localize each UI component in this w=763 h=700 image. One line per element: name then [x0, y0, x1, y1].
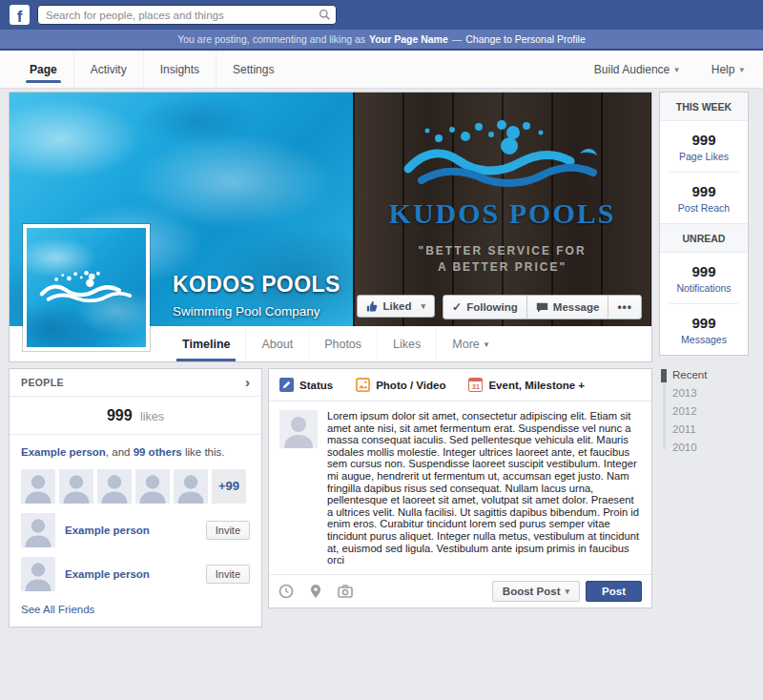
tab-likes[interactable]: Likes: [378, 326, 437, 361]
messages-label[interactable]: Messages: [660, 334, 748, 345]
year-2012[interactable]: 2012: [672, 402, 748, 421]
calendar-day: 31: [469, 381, 482, 391]
calendar-icon: 31: [468, 378, 483, 392]
see-all-friends-link[interactable]: See All Friends: [21, 604, 250, 615]
cover-tagline-line2: A BETTER PRICE": [418, 259, 586, 276]
messages-stat[interactable]: 999 Messages: [660, 304, 748, 355]
people-card: PEOPLE › 999 likes Example person, and 9…: [10, 369, 261, 627]
admin-tab-page[interactable]: Page: [13, 51, 74, 88]
liked-by-mid: , and: [106, 446, 131, 458]
invite-button[interactable]: Invite: [206, 521, 250, 540]
cover-tagline-line1: "BETTER SERVICE FOR: [418, 243, 586, 259]
profile-picture-image: [27, 228, 146, 347]
liked-by-name-link[interactable]: Example person: [21, 446, 106, 458]
notice-page-name: Your Page Name: [369, 33, 448, 45]
page-content: KUDOS POOLS "BETTER SERVICE FOR A BETTER…: [0, 91, 763, 627]
admin-navigation: Page Activity Insights Settings Build Au…: [0, 51, 763, 89]
friend-name-link[interactable]: Example person: [65, 568, 196, 580]
avatar[interactable]: [59, 469, 93, 504]
admin-tab-settings[interactable]: Settings: [217, 51, 290, 88]
page-likes-label[interactable]: Page Likes: [660, 151, 748, 162]
post-reach-value: 999: [660, 183, 748, 199]
search-icon[interactable]: [319, 9, 331, 21]
tab-more-dropdown[interactable]: More: [437, 326, 504, 361]
people-title: PEOPLE: [21, 377, 64, 388]
avatar[interactable]: [21, 513, 55, 547]
message-label: Message: [553, 301, 600, 313]
year-2013[interactable]: 2013: [672, 384, 748, 402]
tab-photos[interactable]: Photos: [309, 326, 378, 361]
composer-tab-status-label: Status: [299, 380, 333, 391]
invite-button[interactable]: Invite: [206, 565, 250, 584]
message-button[interactable]: Message: [526, 296, 608, 319]
timeline-year-nav: Recent 2013 2012 2011 2010: [660, 366, 748, 457]
avatar[interactable]: [174, 469, 208, 504]
lower-content: PEOPLE › 999 likes Example person, and 9…: [10, 369, 651, 627]
composer-tab-photo-video[interactable]: Photo / Video: [356, 378, 445, 392]
notifications-label[interactable]: Notifications: [660, 282, 748, 294]
camera-icon[interactable]: [338, 584, 353, 599]
composer-tab-status[interactable]: Status: [279, 378, 333, 392]
composer-tab-event-milestone[interactable]: 31 Event, Milestone +: [468, 378, 585, 392]
year-2010[interactable]: 2010: [672, 439, 748, 457]
avatar[interactable]: [21, 469, 55, 504]
year-recent[interactable]: Recent: [672, 366, 748, 384]
cover-action-buttons: Liked ✓ Following Message: [357, 295, 643, 319]
admin-tab-insights[interactable]: Insights: [144, 51, 217, 88]
post-reach-label[interactable]: Post Reach: [660, 202, 748, 214]
profile-picture[interactable]: [23, 224, 150, 351]
build-audience-dropdown[interactable]: Build Audience: [594, 63, 679, 76]
status-pencil-icon: [279, 378, 294, 392]
post-button[interactable]: Post: [586, 581, 642, 602]
voice-notice-bar: You are posting, commenting and liking a…: [0, 30, 763, 51]
liked-button[interactable]: Liked: [357, 295, 436, 318]
facebook-logo-icon[interactable]: f: [10, 5, 30, 25]
status-text-input[interactable]: Lorem ipsum dolor sit amet, consectetur …: [327, 410, 641, 566]
cover-wood-panel: KUDOS POOLS "BETTER SERVICE FOR A BETTER…: [353, 93, 651, 326]
more-options-button[interactable]: •••: [608, 296, 641, 319]
page-likes-stat[interactable]: 999 Page Likes: [660, 121, 748, 172]
liked-by-sentence: Example person, and 99 others like this.: [21, 445, 250, 461]
main-column: KUDOS POOLS "BETTER SERVICE FOR A BETTER…: [10, 93, 651, 627]
likers-avatar-strip: +99: [21, 469, 250, 504]
composer-tabs: Status Photo / Video 31: [269, 369, 651, 401]
unread-header: UNREAD: [660, 223, 748, 253]
composer-actions: Boost Post Post: [492, 581, 642, 602]
page-category: Swimming Pool Company: [173, 304, 340, 319]
messages-value: 999: [660, 315, 748, 331]
friend-name-link[interactable]: Example person: [65, 525, 196, 536]
avatar[interactable]: [135, 469, 170, 504]
notifications-stat[interactable]: 999 Notifications: [660, 253, 748, 303]
avatar[interactable]: [21, 557, 55, 591]
page-stats-panel: THIS WEEK 999 Page Likes 999 Post Reach …: [660, 93, 748, 355]
chevron-right-icon[interactable]: ›: [245, 378, 250, 387]
composer-tab-photo-label: Photo / Video: [376, 380, 445, 391]
change-to-personal-profile-link[interactable]: Change to Personal Profile: [465, 33, 586, 45]
tab-timeline[interactable]: Timeline: [167, 326, 246, 361]
composer-tab-event-label: Event, Milestone +: [488, 380, 585, 391]
tab-about[interactable]: About: [246, 326, 309, 361]
invite-row: Example person Invite: [21, 557, 250, 591]
following-button[interactable]: ✓ Following: [443, 296, 526, 319]
cover-tagline: "BETTER SERVICE FOR A BETTER PRICE": [418, 243, 586, 276]
liked-by-count-link[interactable]: 99 others: [134, 446, 182, 458]
location-pin-icon[interactable]: [308, 584, 323, 599]
ellipsis-icon: •••: [617, 300, 632, 314]
year-2011[interactable]: 2011: [672, 421, 748, 439]
boost-post-button[interactable]: Boost Post: [492, 581, 580, 602]
likes-count-row: 999 likes: [10, 397, 261, 435]
more-likers-count[interactable]: +99: [212, 469, 246, 504]
cover-button-group: ✓ Following Message •••: [443, 295, 642, 319]
global-search: [37, 5, 337, 25]
admin-tab-activity[interactable]: Activity: [74, 51, 144, 88]
avatar[interactable]: [97, 469, 132, 504]
search-input[interactable]: [37, 5, 337, 25]
right-rail: THIS WEEK 999 Page Likes 999 Post Reach …: [660, 93, 748, 627]
post-reach-stat[interactable]: 999 Post Reach: [660, 173, 748, 223]
photo-video-icon: [356, 378, 370, 392]
schedule-clock-icon[interactable]: [278, 584, 294, 599]
people-body: Example person, and 99 others like this.…: [10, 435, 261, 627]
notice-prefix: You are posting, commenting and liking a…: [177, 33, 365, 45]
liked-by-tail: like this.: [185, 446, 225, 458]
help-dropdown[interactable]: Help: [711, 63, 744, 76]
